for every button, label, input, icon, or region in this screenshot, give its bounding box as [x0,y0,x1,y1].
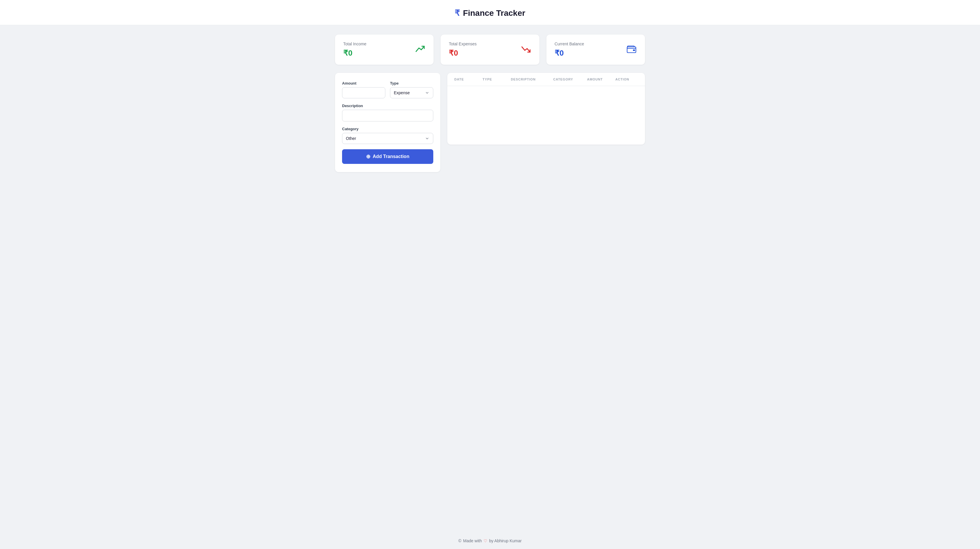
copyright-icon: © [458,538,461,543]
col-action: ACTION [616,78,638,81]
rupee-icon: ₹ [455,8,460,18]
amount-input[interactable] [342,87,385,98]
stats-row: Total Income ₹0 Total Expenses ₹0 [335,35,645,65]
description-group: Description [342,104,433,121]
app-title: Finance Tracker [463,8,525,18]
col-description: DESCRIPTION [511,78,553,81]
plus-circle-icon: ⊕ [366,153,371,160]
balance-value: ₹0 [555,49,584,57]
col-type: TYPE [483,78,511,81]
col-amount: AMOUNT [587,78,616,81]
transaction-form: Amount Type Expense Income Description [335,73,440,172]
amount-label: Amount [342,81,385,85]
type-label: Type [390,81,433,85]
balance-wallet-icon [626,44,637,56]
add-button-label: Add Transaction [373,154,409,159]
app-header: ₹ Finance Tracker [0,0,980,25]
income-trend-icon [415,44,425,56]
heart-icon: ♡ [484,538,487,543]
description-input[interactable] [342,110,433,121]
table-header-row: DATE TYPE DESCRIPTION CATEGORY AMOUNT AC… [447,73,645,86]
footer-suffix: by Abhirup Kumar [489,538,522,543]
type-select[interactable]: Expense Income [390,87,433,98]
amount-type-row: Amount Type Expense Income [342,81,433,98]
col-category: CATEGORY [553,78,587,81]
income-label: Total Income [343,41,366,46]
total-expenses-card: Total Expenses ₹0 [441,35,539,65]
table-body [447,86,645,145]
category-select[interactable]: Other Food Transport Shopping Entertainm… [342,133,433,144]
total-income-card: Total Income ₹0 [335,35,434,65]
add-transaction-button[interactable]: ⊕ Add Transaction [342,149,433,164]
main-content: Total Income ₹0 Total Expenses ₹0 [329,25,651,533]
svg-rect-1 [633,49,635,51]
footer-prefix: Made with [463,538,482,543]
bottom-row: Amount Type Expense Income Description [335,73,645,172]
type-group: Type Expense Income [390,81,433,98]
expenses-value: ₹0 [449,49,477,57]
balance-label: Current Balance [555,41,584,46]
category-group: Category Other Food Transport Shopping E… [342,127,433,144]
amount-group: Amount [342,81,385,98]
current-balance-card: Current Balance ₹0 [546,35,645,65]
app-footer: © Made with ♡ by Abhirup Kumar [0,533,980,549]
transactions-table: DATE TYPE DESCRIPTION CATEGORY AMOUNT AC… [447,73,645,145]
col-date: DATE [454,78,483,81]
income-value: ₹0 [343,49,366,57]
category-label: Category [342,127,433,131]
expenses-trend-icon [521,44,531,56]
description-label: Description [342,104,433,108]
expenses-label: Total Expenses [449,41,477,46]
